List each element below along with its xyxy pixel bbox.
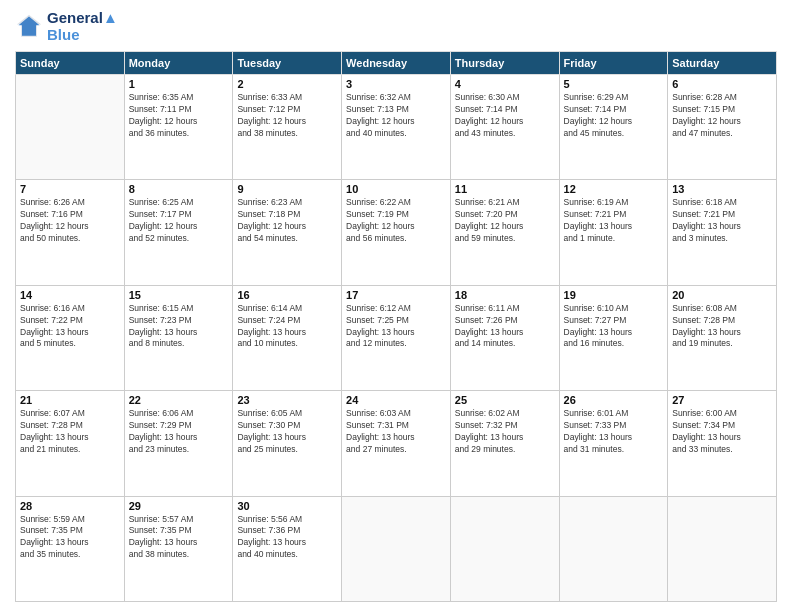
day-info: Sunrise: 6:11 AM Sunset: 7:26 PM Dayligh… xyxy=(455,303,555,351)
day-info: Sunrise: 6:02 AM Sunset: 7:32 PM Dayligh… xyxy=(455,408,555,456)
day-number: 23 xyxy=(237,394,337,406)
weekday-header-monday: Monday xyxy=(124,52,233,75)
weekday-header-saturday: Saturday xyxy=(668,52,777,75)
day-number: 5 xyxy=(564,78,664,90)
day-info: Sunrise: 6:29 AM Sunset: 7:14 PM Dayligh… xyxy=(564,92,664,140)
calendar-cell xyxy=(668,496,777,601)
header: General▲ Blue xyxy=(15,10,777,43)
day-number: 16 xyxy=(237,289,337,301)
day-number: 28 xyxy=(20,500,120,512)
calendar-cell: 9Sunrise: 6:23 AM Sunset: 7:18 PM Daylig… xyxy=(233,180,342,285)
day-number: 11 xyxy=(455,183,555,195)
day-number: 2 xyxy=(237,78,337,90)
day-number: 17 xyxy=(346,289,446,301)
calendar-cell: 17Sunrise: 6:12 AM Sunset: 7:25 PM Dayli… xyxy=(342,285,451,390)
calendar-week-5: 28Sunrise: 5:59 AM Sunset: 7:35 PM Dayli… xyxy=(16,496,777,601)
calendar-cell: 16Sunrise: 6:14 AM Sunset: 7:24 PM Dayli… xyxy=(233,285,342,390)
day-info: Sunrise: 6:14 AM Sunset: 7:24 PM Dayligh… xyxy=(237,303,337,351)
calendar-cell: 1Sunrise: 6:35 AM Sunset: 7:11 PM Daylig… xyxy=(124,75,233,180)
day-number: 4 xyxy=(455,78,555,90)
day-number: 27 xyxy=(672,394,772,406)
calendar-cell: 29Sunrise: 5:57 AM Sunset: 7:35 PM Dayli… xyxy=(124,496,233,601)
day-info: Sunrise: 6:26 AM Sunset: 7:16 PM Dayligh… xyxy=(20,197,120,245)
calendar-cell: 20Sunrise: 6:08 AM Sunset: 7:28 PM Dayli… xyxy=(668,285,777,390)
day-info: Sunrise: 6:18 AM Sunset: 7:21 PM Dayligh… xyxy=(672,197,772,245)
day-info: Sunrise: 6:30 AM Sunset: 7:14 PM Dayligh… xyxy=(455,92,555,140)
calendar-cell: 6Sunrise: 6:28 AM Sunset: 7:15 PM Daylig… xyxy=(668,75,777,180)
calendar-cell xyxy=(559,496,668,601)
day-number: 24 xyxy=(346,394,446,406)
day-number: 12 xyxy=(564,183,664,195)
calendar: SundayMondayTuesdayWednesdayThursdayFrid… xyxy=(15,51,777,602)
day-info: Sunrise: 6:32 AM Sunset: 7:13 PM Dayligh… xyxy=(346,92,446,140)
day-info: Sunrise: 6:28 AM Sunset: 7:15 PM Dayligh… xyxy=(672,92,772,140)
calendar-cell xyxy=(342,496,451,601)
calendar-cell: 8Sunrise: 6:25 AM Sunset: 7:17 PM Daylig… xyxy=(124,180,233,285)
day-info: Sunrise: 6:16 AM Sunset: 7:22 PM Dayligh… xyxy=(20,303,120,351)
calendar-cell: 24Sunrise: 6:03 AM Sunset: 7:31 PM Dayli… xyxy=(342,391,451,496)
calendar-cell: 3Sunrise: 6:32 AM Sunset: 7:13 PM Daylig… xyxy=(342,75,451,180)
day-info: Sunrise: 5:59 AM Sunset: 7:35 PM Dayligh… xyxy=(20,514,120,562)
day-number: 30 xyxy=(237,500,337,512)
day-number: 3 xyxy=(346,78,446,90)
day-info: Sunrise: 6:01 AM Sunset: 7:33 PM Dayligh… xyxy=(564,408,664,456)
calendar-week-4: 21Sunrise: 6:07 AM Sunset: 7:28 PM Dayli… xyxy=(16,391,777,496)
calendar-cell xyxy=(16,75,125,180)
calendar-cell: 23Sunrise: 6:05 AM Sunset: 7:30 PM Dayli… xyxy=(233,391,342,496)
day-number: 25 xyxy=(455,394,555,406)
calendar-cell: 26Sunrise: 6:01 AM Sunset: 7:33 PM Dayli… xyxy=(559,391,668,496)
day-info: Sunrise: 5:57 AM Sunset: 7:35 PM Dayligh… xyxy=(129,514,229,562)
day-info: Sunrise: 5:56 AM Sunset: 7:36 PM Dayligh… xyxy=(237,514,337,562)
day-number: 9 xyxy=(237,183,337,195)
calendar-cell: 5Sunrise: 6:29 AM Sunset: 7:14 PM Daylig… xyxy=(559,75,668,180)
day-info: Sunrise: 6:10 AM Sunset: 7:27 PM Dayligh… xyxy=(564,303,664,351)
page: General▲ Blue SundayMondayTuesdayWednesd… xyxy=(0,0,792,612)
weekday-header-wednesday: Wednesday xyxy=(342,52,451,75)
day-number: 14 xyxy=(20,289,120,301)
weekday-header-friday: Friday xyxy=(559,52,668,75)
calendar-cell: 22Sunrise: 6:06 AM Sunset: 7:29 PM Dayli… xyxy=(124,391,233,496)
weekday-header-thursday: Thursday xyxy=(450,52,559,75)
day-info: Sunrise: 6:06 AM Sunset: 7:29 PM Dayligh… xyxy=(129,408,229,456)
day-number: 22 xyxy=(129,394,229,406)
day-info: Sunrise: 6:07 AM Sunset: 7:28 PM Dayligh… xyxy=(20,408,120,456)
day-info: Sunrise: 6:22 AM Sunset: 7:19 PM Dayligh… xyxy=(346,197,446,245)
day-number: 13 xyxy=(672,183,772,195)
calendar-cell: 7Sunrise: 6:26 AM Sunset: 7:16 PM Daylig… xyxy=(16,180,125,285)
calendar-week-1: 1Sunrise: 6:35 AM Sunset: 7:11 PM Daylig… xyxy=(16,75,777,180)
day-info: Sunrise: 6:12 AM Sunset: 7:25 PM Dayligh… xyxy=(346,303,446,351)
calendar-cell: 27Sunrise: 6:00 AM Sunset: 7:34 PM Dayli… xyxy=(668,391,777,496)
day-info: Sunrise: 6:23 AM Sunset: 7:18 PM Dayligh… xyxy=(237,197,337,245)
day-number: 18 xyxy=(455,289,555,301)
day-info: Sunrise: 6:08 AM Sunset: 7:28 PM Dayligh… xyxy=(672,303,772,351)
weekday-header-sunday: Sunday xyxy=(16,52,125,75)
day-info: Sunrise: 6:05 AM Sunset: 7:30 PM Dayligh… xyxy=(237,408,337,456)
day-info: Sunrise: 6:35 AM Sunset: 7:11 PM Dayligh… xyxy=(129,92,229,140)
weekday-header-tuesday: Tuesday xyxy=(233,52,342,75)
svg-marker-2 xyxy=(17,14,42,36)
calendar-cell: 15Sunrise: 6:15 AM Sunset: 7:23 PM Dayli… xyxy=(124,285,233,390)
day-number: 8 xyxy=(129,183,229,195)
day-info: Sunrise: 6:15 AM Sunset: 7:23 PM Dayligh… xyxy=(129,303,229,351)
calendar-cell: 13Sunrise: 6:18 AM Sunset: 7:21 PM Dayli… xyxy=(668,180,777,285)
day-info: Sunrise: 6:03 AM Sunset: 7:31 PM Dayligh… xyxy=(346,408,446,456)
calendar-cell: 25Sunrise: 6:02 AM Sunset: 7:32 PM Dayli… xyxy=(450,391,559,496)
day-number: 15 xyxy=(129,289,229,301)
day-info: Sunrise: 6:19 AM Sunset: 7:21 PM Dayligh… xyxy=(564,197,664,245)
day-number: 29 xyxy=(129,500,229,512)
calendar-cell: 19Sunrise: 6:10 AM Sunset: 7:27 PM Dayli… xyxy=(559,285,668,390)
calendar-cell: 4Sunrise: 6:30 AM Sunset: 7:14 PM Daylig… xyxy=(450,75,559,180)
logo: General▲ Blue xyxy=(15,10,118,43)
day-info: Sunrise: 6:21 AM Sunset: 7:20 PM Dayligh… xyxy=(455,197,555,245)
calendar-cell: 10Sunrise: 6:22 AM Sunset: 7:19 PM Dayli… xyxy=(342,180,451,285)
day-number: 6 xyxy=(672,78,772,90)
day-number: 26 xyxy=(564,394,664,406)
calendar-cell: 18Sunrise: 6:11 AM Sunset: 7:26 PM Dayli… xyxy=(450,285,559,390)
day-info: Sunrise: 6:00 AM Sunset: 7:34 PM Dayligh… xyxy=(672,408,772,456)
calendar-cell: 14Sunrise: 6:16 AM Sunset: 7:22 PM Dayli… xyxy=(16,285,125,390)
calendar-cell: 21Sunrise: 6:07 AM Sunset: 7:28 PM Dayli… xyxy=(16,391,125,496)
logo-text: General▲ Blue xyxy=(47,10,118,43)
day-number: 21 xyxy=(20,394,120,406)
calendar-cell xyxy=(450,496,559,601)
day-info: Sunrise: 6:33 AM Sunset: 7:12 PM Dayligh… xyxy=(237,92,337,140)
